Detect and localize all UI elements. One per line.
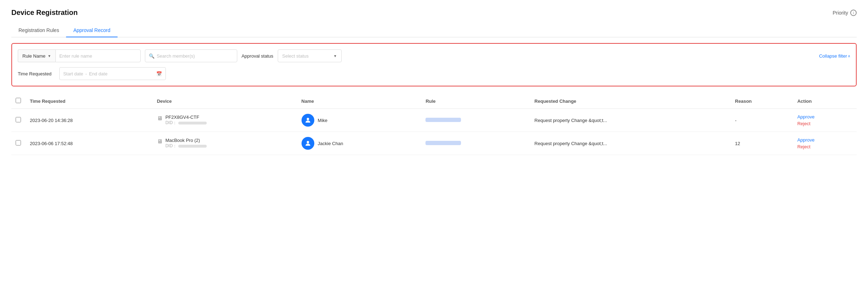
collapse-chevron-icon: ∧ xyxy=(848,54,850,58)
monitor-icon: 🖥 xyxy=(157,115,163,122)
row-2-device: 🖥 MacBook Pro (2) DID： xyxy=(153,132,297,155)
rule-bar-2 xyxy=(425,141,461,145)
col-action: Action xyxy=(793,94,857,109)
row-1-rule xyxy=(421,109,530,132)
search-member-input[interactable] xyxy=(157,53,233,59)
row-1-device: 🖥 PF2X8GV4-CTF DID： xyxy=(153,109,297,132)
rule-name-dropdown[interactable]: Rule Name ▼ xyxy=(18,49,55,62)
row-1-did: DID： xyxy=(166,120,207,126)
row-2-approve-button[interactable]: Approve xyxy=(797,137,852,143)
approval-status-label: Approval status xyxy=(242,53,273,59)
row-2-reason: 12 xyxy=(731,132,793,155)
table-wrapper: Time Requested Device Name Rule Requeste… xyxy=(11,94,857,155)
row-1-checkbox[interactable] xyxy=(16,117,21,122)
page-header: Device Registration Priority i xyxy=(11,9,857,17)
status-chevron-icon: ▼ xyxy=(333,54,337,58)
date-separator: - xyxy=(85,71,87,76)
did-bar-2 xyxy=(178,145,207,148)
table-row: 2023-06-06 17:52:48 🖥 MacBook Pro (2) DI… xyxy=(11,132,857,155)
row-1-avatar xyxy=(302,114,314,127)
laptop-icon: 🖥 xyxy=(157,138,163,145)
row-1-name: Mike xyxy=(297,109,422,132)
search-icon: 🔍 xyxy=(149,53,154,59)
page-container: Device Registration Priority i Registrat… xyxy=(0,0,868,164)
rule-bar-1 xyxy=(425,118,461,122)
page-title: Device Registration xyxy=(11,9,78,17)
chevron-down-icon: ▼ xyxy=(48,54,51,58)
row-2-did: DID： xyxy=(166,143,207,149)
row-2-requested-change: Request property Change &quot;t... xyxy=(530,132,731,155)
priority-info-icon[interactable]: i xyxy=(850,10,857,16)
row-2-reject-button[interactable]: Reject xyxy=(797,144,852,149)
row-1-reason: - xyxy=(731,109,793,132)
status-placeholder: Select status xyxy=(282,53,309,59)
start-date-placeholder: Start date xyxy=(63,71,83,76)
row-1-person-name: Mike xyxy=(318,118,327,123)
rule-name-label: Rule Name xyxy=(22,53,45,59)
calendar-icon: 📅 xyxy=(156,71,162,76)
col-reason: Reason xyxy=(731,94,793,109)
col-requested-change: Requested Change xyxy=(530,94,731,109)
tab-approval-record[interactable]: Approval Record xyxy=(66,24,117,37)
did-bar-1 xyxy=(178,122,207,124)
collapse-filter-button[interactable]: Collapse filter ∧ xyxy=(819,53,850,59)
date-range-picker[interactable]: Start date - End date 📅 xyxy=(59,67,166,80)
col-name: Name xyxy=(297,94,422,109)
select-all-header xyxy=(11,94,26,109)
row-2-person-name: Jackie Chan xyxy=(318,141,343,146)
search-member-group: 🔍 xyxy=(145,49,237,62)
priority-label: Priority xyxy=(832,10,848,16)
rule-name-input[interactable] xyxy=(55,49,141,62)
row-1-time: 2023-06-20 14:36:28 xyxy=(26,109,153,132)
row-2-checkbox-cell xyxy=(11,132,26,155)
tab-registration-rules[interactable]: Registration Rules xyxy=(11,24,66,37)
row-1-action: Approve Reject xyxy=(793,109,857,132)
filter-box: Rule Name ▼ 🔍 Approval status Select sta… xyxy=(11,43,857,86)
approval-table: Time Requested Device Name Rule Requeste… xyxy=(11,94,857,155)
filter-row-1: Rule Name ▼ 🔍 Approval status Select sta… xyxy=(18,49,850,62)
row-1-reject-button[interactable]: Reject xyxy=(797,121,852,126)
row-2-time: 2023-06-06 17:52:48 xyxy=(26,132,153,155)
row-2-device-name: MacBook Pro (2) xyxy=(166,138,207,143)
col-time-requested: Time Requested xyxy=(26,94,153,109)
priority-area: Priority i xyxy=(832,10,857,16)
svg-point-1 xyxy=(306,141,309,143)
row-1-checkbox-cell xyxy=(11,109,26,132)
status-select[interactable]: Select status ▼ xyxy=(278,49,342,62)
row-1-requested-change: Request property Change &quot;t... xyxy=(530,109,731,132)
end-date-placeholder: End date xyxy=(89,71,108,76)
row-2-name: Jackie Chan xyxy=(297,132,422,155)
col-rule: Rule xyxy=(421,94,530,109)
time-requested-label: Time Requested xyxy=(18,71,51,76)
rule-name-filter: Rule Name ▼ xyxy=(18,49,141,62)
collapse-filter-label: Collapse filter xyxy=(819,53,847,59)
tabs: Registration Rules Approval Record xyxy=(11,24,857,37)
table-row: 2023-06-20 14:36:28 🖥 PF2X8GV4-CTF DID： xyxy=(11,109,857,132)
table-header: Time Requested Device Name Rule Requeste… xyxy=(11,94,857,109)
table-body: 2023-06-20 14:36:28 🖥 PF2X8GV4-CTF DID： xyxy=(11,109,857,155)
row-1-approve-button[interactable]: Approve xyxy=(797,114,852,120)
row-2-checkbox[interactable] xyxy=(16,140,21,145)
col-device: Device xyxy=(153,94,297,109)
select-all-checkbox[interactable] xyxy=(16,98,21,103)
filter-row-2: Time Requested Start date - End date 📅 xyxy=(18,67,850,80)
svg-point-0 xyxy=(306,118,309,120)
row-2-rule xyxy=(421,132,530,155)
row-1-device-name: PF2X8GV4-CTF xyxy=(166,115,207,120)
row-2-avatar xyxy=(302,137,314,150)
row-2-action: Approve Reject xyxy=(793,132,857,155)
did-label-1: DID： xyxy=(166,120,177,126)
did-label-2: DID： xyxy=(166,143,177,149)
